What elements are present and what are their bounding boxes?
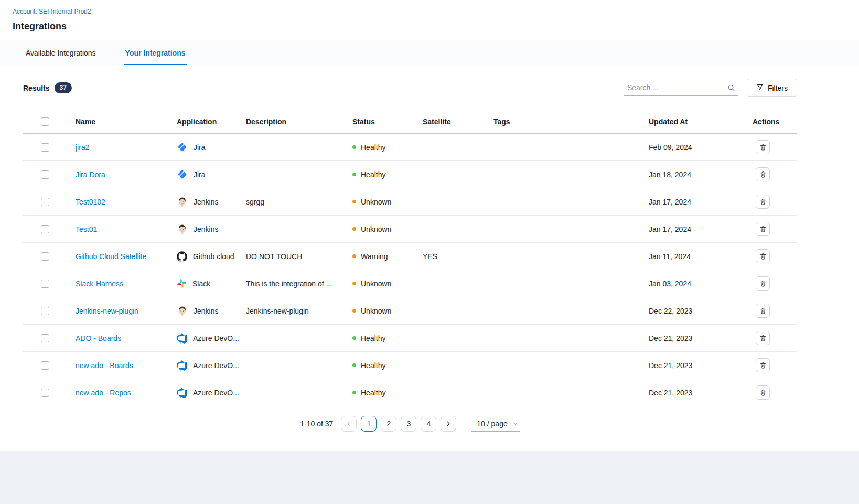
delete-button[interactable]: [756, 385, 770, 400]
integration-name-link[interactable]: Jenkins-new-plugin: [76, 307, 138, 315]
page-button-4[interactable]: 4: [421, 416, 436, 432]
table-body: jira2JiraHealthyFeb 09, 2024Jira DoraJir…: [23, 134, 797, 406]
search-box: [624, 80, 738, 96]
page-size-select[interactable]: 10 / page: [471, 416, 520, 432]
jenkins-icon: [177, 305, 188, 316]
page-size-label: 10 / page: [477, 420, 507, 428]
delete-button[interactable]: [756, 222, 770, 236]
delete-button[interactable]: [756, 249, 770, 263]
trash-icon: [759, 253, 767, 260]
tab-your-integrations[interactable]: Your Integrations: [124, 40, 187, 65]
delete-button[interactable]: [756, 140, 770, 154]
description-text: DO NOT TOUCH: [246, 252, 302, 261]
delete-button[interactable]: [756, 304, 770, 318]
results-count-badge: 37: [55, 82, 72, 93]
integration-name-link[interactable]: Jira Dora: [76, 170, 105, 179]
results-label: Results: [23, 84, 50, 92]
application-label: Jenkins: [194, 307, 218, 315]
application-label: Jenkins: [194, 225, 218, 233]
status-label: Healthy: [361, 389, 385, 397]
page-button-2[interactable]: 2: [381, 416, 396, 432]
delete-button[interactable]: [756, 331, 770, 345]
status-dot: [352, 309, 356, 313]
jenkins-icon: [177, 223, 188, 234]
next-page-button[interactable]: [441, 416, 456, 432]
select-all-checkbox[interactable]: [41, 117, 49, 126]
account-link[interactable]: Account: SEI-Internal-Prod2: [13, 8, 91, 15]
search-input[interactable]: [624, 80, 738, 96]
updated-at: Dec 21, 2023: [649, 361, 692, 370]
filters-button[interactable]: Filters: [747, 79, 797, 97]
row-checkbox[interactable]: [41, 252, 49, 261]
integration-name-link[interactable]: Slack-Harness: [76, 280, 123, 288]
status-label: Unknown: [361, 280, 391, 288]
page-button-1[interactable]: 1: [361, 416, 377, 432]
status-dot: [352, 363, 356, 367]
azure-devops-icon: [177, 360, 187, 371]
trash-icon: [759, 362, 767, 369]
filter-icon: [756, 83, 764, 92]
pagination: 1-10 of 37 1234 10 / page: [23, 416, 797, 432]
row-checkbox[interactable]: [41, 389, 49, 397]
application-label: Jenkins: [194, 198, 218, 206]
status-label: Unknown: [361, 307, 391, 315]
trash-icon: [759, 389, 767, 396]
delete-button[interactable]: [756, 167, 770, 181]
row-checkbox[interactable]: [41, 280, 49, 288]
table-row: Test01JenkinsUnknownJan 17, 2024: [23, 216, 797, 243]
row-checkbox[interactable]: [41, 225, 49, 233]
status-dot: [352, 173, 356, 176]
application-label: Azure DevO...: [193, 334, 239, 342]
table-row: Jira DoraJiraHealthyJan 18, 2024: [23, 161, 797, 188]
pagination-range: 1-10 of 37: [300, 420, 333, 428]
table-row: Slack-HarnessSlackThis is the integratio…: [23, 270, 797, 297]
jira-icon: [177, 142, 188, 153]
row-checkbox[interactable]: [41, 170, 49, 179]
integration-name-link[interactable]: new ado - Repos: [76, 389, 131, 397]
updated-at: Jan 17, 2024: [649, 225, 691, 233]
application-label: Jira: [194, 170, 206, 179]
status-dot: [352, 145, 356, 149]
table-row: Github Cloud SatelliteGithub cloudDO NOT…: [23, 243, 797, 270]
column-header-name: Name: [76, 110, 177, 134]
integration-name-link[interactable]: ADO - Boards: [76, 334, 121, 342]
toolbar: Results 37 Filters: [23, 79, 797, 97]
caret-down-icon: [513, 421, 518, 426]
row-checkbox[interactable]: [41, 143, 49, 152]
integration-name-link[interactable]: new ado - Boards: [76, 361, 133, 370]
updated-at: Jan 17, 2024: [649, 198, 691, 206]
application-label: Azure DevO...: [193, 361, 239, 370]
page-button-3[interactable]: 3: [401, 416, 416, 432]
status-dot: [352, 336, 356, 340]
content-panel: Results 37 Filters NameApplicationDescri…: [0, 65, 859, 451]
table-header-row: NameApplicationDescriptionStatusSatellit…: [23, 110, 797, 134]
integration-name-link[interactable]: Test0102: [76, 198, 105, 206]
azure-devops-icon: [177, 333, 187, 344]
row-checkbox[interactable]: [41, 334, 49, 342]
column-header-description: Description: [246, 110, 352, 134]
integration-name-link[interactable]: Github Cloud Satellite: [76, 252, 146, 261]
trash-icon: [759, 307, 767, 315]
delete-button[interactable]: [756, 195, 770, 209]
trash-icon: [759, 335, 767, 342]
table-row: ADO - BoardsAzure DevO...HealthyDec 21, …: [23, 325, 797, 352]
column-header-actions: Actions: [753, 110, 797, 134]
trash-icon: [759, 226, 767, 233]
column-header-satellite: Satellite: [423, 110, 493, 134]
row-checkbox[interactable]: [41, 361, 49, 370]
delete-button[interactable]: [756, 358, 770, 372]
jenkins-icon: [177, 196, 188, 207]
prev-page-button[interactable]: [341, 416, 357, 432]
tab-available-integrations[interactable]: Available Integrations: [24, 40, 98, 65]
column-header-application: Application: [177, 110, 246, 134]
application-label: Jira: [194, 143, 206, 152]
delete-button[interactable]: [756, 276, 770, 291]
row-checkbox[interactable]: [41, 307, 49, 315]
integration-name-link[interactable]: Test01: [76, 225, 97, 233]
jira-icon: [177, 169, 188, 180]
status-label: Healthy: [361, 143, 385, 152]
column-header-updated-at: Updated At: [649, 110, 753, 134]
status-label: Healthy: [361, 334, 385, 342]
row-checkbox[interactable]: [41, 198, 49, 206]
integration-name-link[interactable]: jira2: [76, 143, 89, 152]
